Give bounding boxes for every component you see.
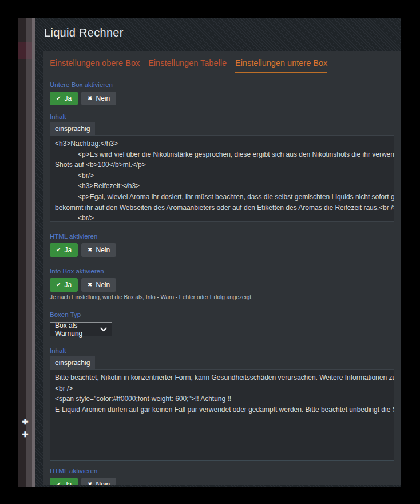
yes-label: Ja xyxy=(64,94,72,102)
html-aktivieren-toggle: ✔ Ja ✖ Nein xyxy=(50,478,394,485)
boxen-typ-selected-value: Box als Warnung xyxy=(55,322,100,338)
app-window: ✚ ✚ Liquid Rechner Einstellungen obere B… xyxy=(18,18,401,487)
settings-tabs: Einstellungen obere Box Einstellungen Ta… xyxy=(50,58,394,73)
check-icon: ✔ xyxy=(56,282,61,288)
tab-einstellungen-tabelle[interactable]: Einstellungen Tabelle xyxy=(148,58,227,68)
yes-label: Ja xyxy=(64,246,72,254)
no-label: Nein xyxy=(96,94,110,102)
html2-yes-button[interactable]: ✔ Ja xyxy=(50,478,78,485)
page-title: Liquid Rechner xyxy=(44,26,124,39)
html-aktivieren-label: HTML aktivieren xyxy=(50,467,394,474)
language-tab-einsprachig[interactable]: einsprachig xyxy=(50,122,95,135)
rail-strip-light xyxy=(26,18,32,487)
check-icon: ✔ xyxy=(56,482,61,485)
inhalt-label: Inhalt xyxy=(50,113,394,120)
check-icon: ✔ xyxy=(56,96,61,101)
html1-no-button[interactable]: ✖ Nein xyxy=(81,243,116,257)
no-label: Nein xyxy=(96,481,110,485)
rail-highlight-segment xyxy=(18,42,26,59)
no-label: Nein xyxy=(96,246,110,254)
x-icon: ✖ xyxy=(88,247,92,253)
language-tab-einsprachig[interactable]: einsprachig xyxy=(50,356,95,369)
main-area: Liquid Rechner Einstellungen obere Box E… xyxy=(35,18,401,487)
info-box-label: Info Box aktivieren xyxy=(50,268,394,275)
yes-label: Ja xyxy=(64,481,72,485)
html1-yes-button[interactable]: ✔ Ja xyxy=(50,243,78,257)
plus-icon[interactable]: ✚ xyxy=(19,430,31,439)
x-icon: ✖ xyxy=(88,282,92,288)
boxen-typ-label: Boxen Typ xyxy=(50,311,394,318)
untere-box-no-button[interactable]: ✖ Nein xyxy=(81,92,116,105)
html-aktivieren-toggle: ✔ Ja ✖ Nein xyxy=(50,243,394,257)
no-label: Nein xyxy=(96,281,110,289)
boxen-typ-select[interactable]: Box als Warnung xyxy=(50,322,112,336)
chevron-down-icon xyxy=(100,326,107,334)
info-box-help-text: Je nach Einstellung, wird die Box als, I… xyxy=(50,294,394,300)
untere-box-label: Untere Box aktivieren xyxy=(50,81,394,88)
inhalt-label: Inhalt xyxy=(50,347,394,354)
untere-box-toggle: ✔ Ja ✖ Nein xyxy=(50,92,394,105)
settings-panel: Einstellungen obere Box Einstellungen Ta… xyxy=(43,51,401,485)
inhalt-textarea-info-box[interactable]: Bitte beachtet, Nikotin in konzentrierte… xyxy=(50,369,394,461)
x-icon: ✖ xyxy=(88,482,92,485)
yes-label: Ja xyxy=(64,281,72,289)
admin-sidebar-rail: ✚ ✚ xyxy=(18,18,35,487)
tab-einstellungen-untere-box[interactable]: Einstellungen untere Box xyxy=(235,58,327,68)
html2-no-button[interactable]: ✖ Nein xyxy=(81,478,116,485)
rail-highlight-segment xyxy=(26,42,32,59)
tab-einstellungen-obere-box[interactable]: Einstellungen obere Box xyxy=(50,58,140,68)
rail-strip-dark xyxy=(18,18,26,487)
infobox-no-button[interactable]: ✖ Nein xyxy=(81,278,116,292)
inhalt-textarea-untere-box[interactable]: <h3>Nachtrag:</h3> <p>Es wird viel über … xyxy=(50,135,394,222)
info-box-toggle: ✔ Ja ✖ Nein xyxy=(50,278,394,292)
x-icon: ✖ xyxy=(88,96,92,101)
infobox-yes-button[interactable]: ✔ Ja xyxy=(50,278,78,292)
untere-box-yes-button[interactable]: ✔ Ja xyxy=(50,92,78,105)
check-icon: ✔ xyxy=(56,247,61,253)
plus-icon[interactable]: ✚ xyxy=(19,418,31,426)
html-aktivieren-label: HTML aktivieren xyxy=(50,233,394,240)
